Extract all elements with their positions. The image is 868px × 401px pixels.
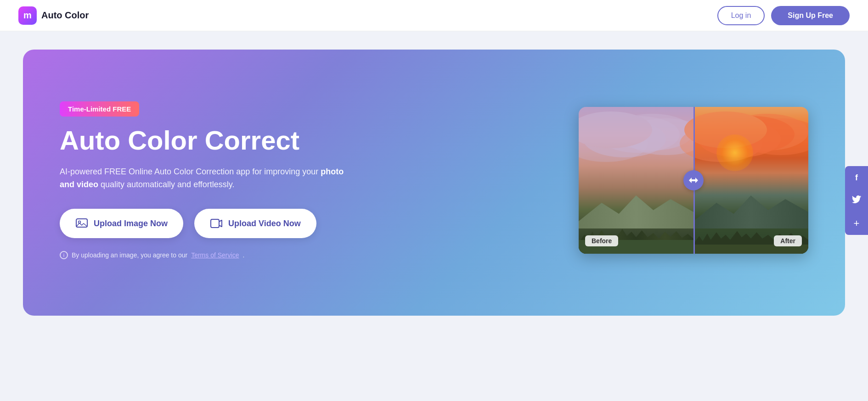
svg-rect-2 [211, 219, 219, 228]
login-button[interactable]: Log in [717, 6, 765, 25]
before-after-container: Before After [579, 107, 808, 254]
hero-buttons: Upload Image Now Upload Video Now [60, 209, 358, 238]
svg-rect-0 [76, 219, 87, 227]
upload-video-button[interactable]: Upload Video Now [194, 209, 316, 238]
hero-card: Time-Limited FREE Auto Color Correct AI-… [23, 50, 845, 316]
after-image [693, 107, 808, 254]
drag-handle[interactable] [683, 170, 704, 190]
terms-prefix: By uploading an image, you agree to our [72, 251, 187, 259]
header-buttons: Log in Sign Up Free [717, 6, 850, 25]
share-button[interactable]: + [845, 212, 868, 235]
after-label: After [774, 235, 802, 246]
terms-link[interactable]: Terms of Service [191, 251, 239, 259]
signup-button[interactable]: Sign Up Free [771, 6, 850, 25]
desc-suffix: quality automatically and effortlessly. [98, 180, 234, 189]
upload-image-button[interactable]: Upload Image Now [60, 209, 183, 238]
before-label: Before [585, 235, 618, 246]
badge: Time-Limited FREE [60, 101, 139, 117]
hero-right: Before After [579, 107, 808, 254]
logo-text: Auto Color [41, 10, 89, 21]
terms-text: i By uploading an image, you agree to ou… [60, 251, 358, 259]
twitter-button[interactable] [845, 189, 868, 212]
upload-video-label: Upload Video Now [228, 219, 301, 228]
info-icon: i [60, 251, 68, 259]
share-icon: + [854, 217, 860, 229]
logo-area: m Auto Color [18, 6, 89, 25]
hero-description: AI-powered FREE Online Auto Color Correc… [60, 165, 358, 192]
facebook-icon: f [855, 173, 858, 183]
before-image [579, 107, 693, 254]
facebook-button[interactable]: f [845, 166, 868, 189]
video-upload-icon [210, 217, 223, 230]
image-upload-icon [75, 217, 88, 230]
hero-left: Time-Limited FREE Auto Color Correct AI-… [60, 101, 358, 259]
hero-title: Auto Color Correct [60, 126, 358, 155]
header: m Auto Color Log in Sign Up Free [0, 0, 868, 31]
desc-prefix: AI-powered FREE Online Auto Color Correc… [60, 167, 321, 176]
logo-icon: m [18, 6, 37, 25]
main-content: Time-Limited FREE Auto Color Correct AI-… [0, 31, 868, 334]
terms-suffix: . [242, 251, 244, 259]
social-sidebar: f + [845, 166, 868, 235]
twitter-icon [852, 195, 861, 206]
upload-image-label: Upload Image Now [94, 219, 168, 228]
